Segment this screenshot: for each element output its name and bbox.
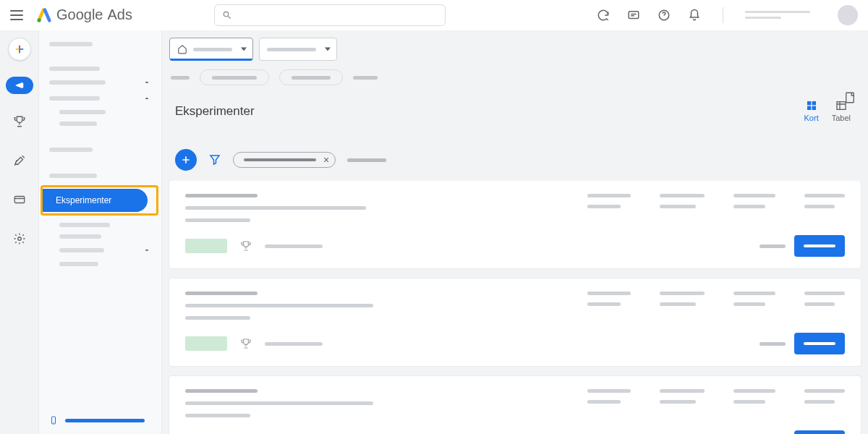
menu-icon[interactable]	[10, 10, 23, 20]
card-subtitle	[185, 401, 373, 405]
card-subtitle	[185, 206, 366, 210]
crumb-chip[interactable]	[279, 69, 343, 85]
card-title	[185, 194, 258, 197]
svg-rect-7	[807, 101, 811, 105]
crumb[interactable]	[353, 76, 378, 80]
nav-item-expandable[interactable]	[49, 94, 156, 103]
rail-tools[interactable]	[8, 149, 31, 172]
svg-rect-1	[629, 11, 639, 18]
nav-item-expandable[interactable]	[49, 246, 156, 255]
section-nav: Eksperimenter	[39, 30, 162, 434]
card-link[interactable]	[760, 342, 786, 346]
notifications-icon[interactable]	[688, 9, 701, 22]
experiment-card[interactable]	[169, 278, 861, 366]
nav-subitem[interactable]	[59, 262, 98, 266]
message-icon[interactable]	[627, 9, 640, 22]
card-meta	[265, 244, 323, 248]
card-title	[185, 292, 258, 295]
card-primary-button[interactable]	[794, 235, 845, 257]
card-title	[185, 389, 258, 393]
view-label: Kort	[804, 114, 819, 122]
filter-chip[interactable]: ×	[233, 152, 336, 168]
filter-icon[interactable]	[208, 153, 221, 166]
sidebar-footer-link[interactable]	[49, 415, 145, 425]
sub-tabs	[162, 122, 868, 139]
scope-account[interactable]	[169, 38, 253, 61]
nav-subitem[interactable]	[59, 110, 106, 114]
home-icon	[177, 44, 187, 54]
rail-goals[interactable]	[8, 110, 31, 133]
svg-point-4	[17, 237, 21, 241]
brand-ads: Ads	[108, 7, 132, 23]
account-switcher[interactable]	[745, 11, 810, 19]
crumb[interactable]	[171, 76, 190, 80]
nav-rail	[0, 30, 39, 434]
top-utilities	[597, 5, 858, 25]
refresh-icon[interactable]	[597, 9, 610, 22]
rail-campaigns[interactable]	[6, 77, 33, 94]
experiment-card[interactable]	[169, 376, 861, 434]
scope-campaign[interactable]	[259, 38, 337, 61]
card-primary-button[interactable]	[794, 333, 845, 354]
svg-rect-10	[812, 106, 815, 110]
experiment-card[interactable]	[169, 181, 861, 268]
crumb-chip[interactable]	[200, 69, 269, 85]
status-badge	[185, 336, 227, 351]
nav-item[interactable]	[49, 174, 97, 178]
app-body: Eksperimenter	[0, 30, 868, 434]
experiment-list	[162, 181, 868, 434]
add-experiment-button[interactable]	[175, 149, 197, 171]
svg-rect-6	[846, 93, 854, 103]
card-subtitle	[185, 304, 373, 307]
card-meta	[265, 342, 323, 346]
brand-google: Google	[56, 7, 103, 23]
page-title: Eksperimenter	[175, 104, 255, 119]
nav-item-expandable[interactable]	[49, 78, 156, 87]
separator	[723, 7, 723, 23]
reports-icon[interactable]	[843, 91, 856, 104]
nav-subitem[interactable]	[59, 122, 97, 126]
card-subtitle	[185, 414, 250, 417]
toolbar-text	[347, 158, 386, 162]
trophy-icon	[240, 240, 252, 252]
nav-item-label: Eksperimenter	[56, 195, 111, 205]
scope-switcher	[162, 30, 868, 65]
nav-subitem[interactable]	[59, 234, 101, 239]
help-icon[interactable]	[658, 9, 671, 22]
svg-rect-3	[14, 197, 25, 203]
product-logo[interactable]: Google Ads	[36, 7, 132, 23]
status-badge	[185, 239, 227, 253]
tutorial-highlight: Eksperimenter	[41, 185, 158, 216]
svg-point-0	[38, 18, 41, 22]
nav-item[interactable]	[49, 42, 93, 46]
view-label: Tabel	[832, 114, 851, 122]
top-bar: Google Ads	[0, 0, 868, 30]
svg-rect-9	[807, 106, 811, 110]
create-button[interactable]	[8, 38, 31, 61]
trophy-icon	[240, 338, 252, 349]
main-content: Eksperimenter Kort Tabel	[162, 30, 868, 434]
toolbar: ×	[162, 139, 868, 181]
card-subtitle	[185, 316, 250, 320]
card-primary-button[interactable]	[794, 430, 845, 434]
search-input[interactable]	[214, 4, 446, 26]
search-icon	[222, 10, 232, 20]
breadcrumb-bar	[162, 65, 868, 93]
nav-subitem[interactable]	[59, 223, 110, 227]
remove-filter-icon[interactable]: ×	[323, 155, 329, 165]
view-cards[interactable]: Kort	[804, 100, 819, 122]
nav-item-experiments[interactable]: Eksperimenter	[43, 189, 148, 212]
rail-admin[interactable]	[8, 227, 31, 250]
page-header: Eksperimenter Kort Tabel	[162, 93, 868, 122]
nav-item[interactable]	[49, 67, 100, 71]
nav-item[interactable]	[49, 148, 93, 152]
user-avatar[interactable]	[838, 5, 858, 25]
ads-logo-icon	[36, 7, 52, 23]
card-link[interactable]	[760, 244, 786, 248]
rail-billing[interactable]	[8, 188, 31, 211]
svg-rect-8	[812, 101, 815, 105]
card-subtitle	[185, 218, 250, 222]
